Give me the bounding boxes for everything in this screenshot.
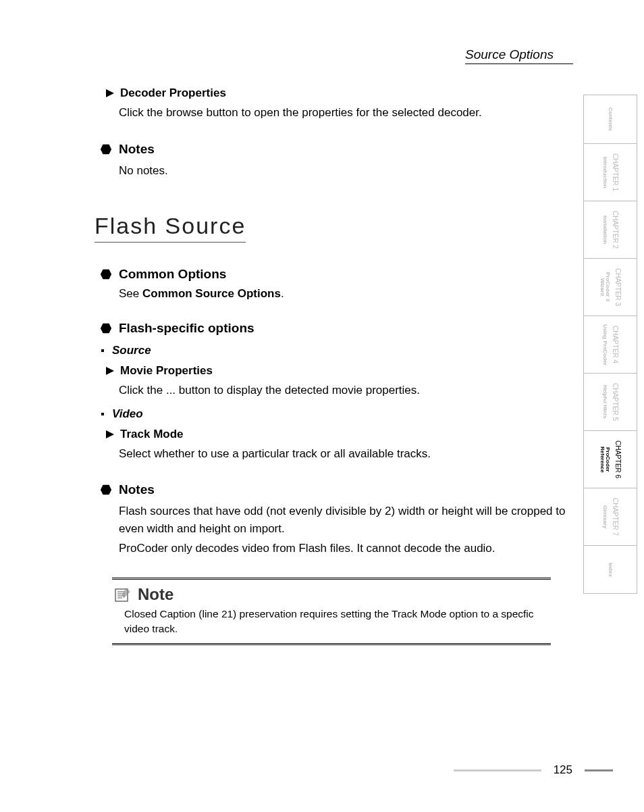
tab-chapter: CHAPTER 3 (614, 268, 622, 306)
body-track-mode: Select whether to use a particular track… (119, 445, 566, 463)
note-callout: Note Closed Caption (line 21) preservati… (112, 578, 551, 646)
arrow-right-icon (105, 366, 115, 376)
tab-chapter: CHAPTER 4 (612, 326, 619, 363)
page: Source Options Decoder Properties Click … (0, 0, 644, 812)
heading-flash-specific: Flash-specific options (100, 321, 566, 336)
svg-marker-4 (106, 367, 114, 375)
svg-marker-0 (106, 89, 114, 97)
page-number: 125 (554, 763, 572, 777)
see-suffix: . (281, 287, 284, 300)
tab-chapter-2[interactable]: Installation CHAPTER 2 (583, 201, 637, 258)
tab-contents[interactable]: Contents (583, 95, 637, 143)
footer-rule-right (585, 769, 613, 771)
body-notes-2b: ProCoder only decodes video from Flash f… (119, 540, 566, 557)
sub-label: Video (112, 407, 143, 421)
heading-text: Decoder Properties (120, 86, 226, 100)
body-notes-1: No notes. (119, 162, 566, 180)
body-movie-properties: Click the ... button to display the dete… (119, 382, 566, 399)
svg-marker-1 (101, 144, 111, 153)
tab-chapter-5[interactable]: Helpful Hints CHAPTER 5 (583, 373, 637, 430)
heading-text: Flash-specific options (119, 321, 254, 336)
heading-text: Common Options (119, 267, 226, 282)
svg-marker-6 (101, 485, 111, 494)
tab-chapter: CHAPTER 2 (612, 211, 619, 249)
tab-chapter: CHAPTER 7 (612, 498, 619, 536)
heading-text: Movie Properties (120, 364, 213, 378)
footer-rule-left (454, 769, 541, 771)
tab-index[interactable]: Index (583, 545, 637, 594)
note-heading-text: Note (138, 585, 173, 604)
body-decoder-properties: Click the browse button to open the prop… (119, 104, 566, 122)
chapter-tabs: Contents Introduction CHAPTER 1 Installa… (583, 95, 637, 594)
hexagon-icon (100, 143, 112, 155)
sub-label: Source (112, 344, 151, 357)
svg-marker-3 (101, 324, 111, 333)
svg-marker-2 (101, 270, 111, 279)
note-body: Closed Caption (line 21) preservation re… (124, 607, 548, 637)
heading-decoder-properties: Decoder Properties (105, 86, 566, 100)
note-icon (115, 587, 131, 602)
heading-text: Notes (119, 482, 155, 497)
tab-chapter-1[interactable]: Introduction CHAPTER 1 (583, 143, 637, 201)
heading-track-mode: Track Mode (105, 428, 566, 441)
tab-chapter-7[interactable]: Glossary CHAPTER 7 (583, 488, 637, 545)
hexagon-icon (100, 268, 112, 280)
tab-sub: Helpful Hints (601, 385, 608, 418)
body-notes-2a: Flash sources that have odd (not evenly … (119, 503, 566, 537)
tab-chapter: CHAPTER 6 (614, 440, 622, 478)
see-bold: Common Source Options (142, 287, 281, 300)
hexagon-icon (100, 484, 112, 496)
hexagon-icon (100, 322, 112, 334)
tab-sub: Introduction (601, 157, 608, 188)
section-title-flash-source: Flash Source (95, 213, 246, 243)
heading-common-options: Common Options (100, 267, 566, 282)
heading-text: Track Mode (120, 428, 184, 441)
tab-sub: Using ProCoder (601, 324, 608, 365)
see-common-source-options: See Common Source Options. (119, 287, 566, 301)
tab-chapter: CHAPTER 1 (612, 153, 619, 191)
svg-marker-5 (106, 430, 114, 438)
tab-sub: ProCoder Reference (599, 447, 611, 473)
tab-label: Index (608, 563, 614, 577)
sub-source: Source (101, 344, 566, 357)
note-heading: Note (115, 585, 548, 604)
running-header: Source Options (465, 47, 573, 64)
main-content: Decoder Properties Click the browse butt… (100, 81, 566, 645)
bullet-icon (101, 349, 104, 352)
see-prefix: See (119, 287, 142, 300)
bullet-icon (101, 413, 104, 415)
heading-notes-2: Notes (100, 482, 566, 497)
tab-chapter: CHAPTER 5 (612, 383, 619, 421)
tab-chapter-6[interactable]: ProCoder Reference CHAPTER 6 (583, 430, 637, 488)
tab-label: Contents (608, 107, 614, 131)
tab-sub: Glossary (601, 505, 608, 528)
arrow-right-icon (105, 430, 115, 439)
heading-movie-properties: Movie Properties (105, 364, 566, 378)
tab-sub: Installation (601, 215, 608, 244)
page-footer: 125 (454, 763, 613, 777)
sub-video: Video (101, 407, 566, 421)
tab-sub: ProCoder 3 Wizard (599, 272, 611, 301)
tab-chapter-4[interactable]: Using ProCoder CHAPTER 4 (583, 315, 637, 373)
heading-text: Notes (119, 142, 155, 157)
arrow-right-icon (105, 88, 115, 98)
tab-chapter-3[interactable]: ProCoder 3 Wizard CHAPTER 3 (583, 258, 637, 315)
heading-notes-1: Notes (100, 142, 566, 157)
